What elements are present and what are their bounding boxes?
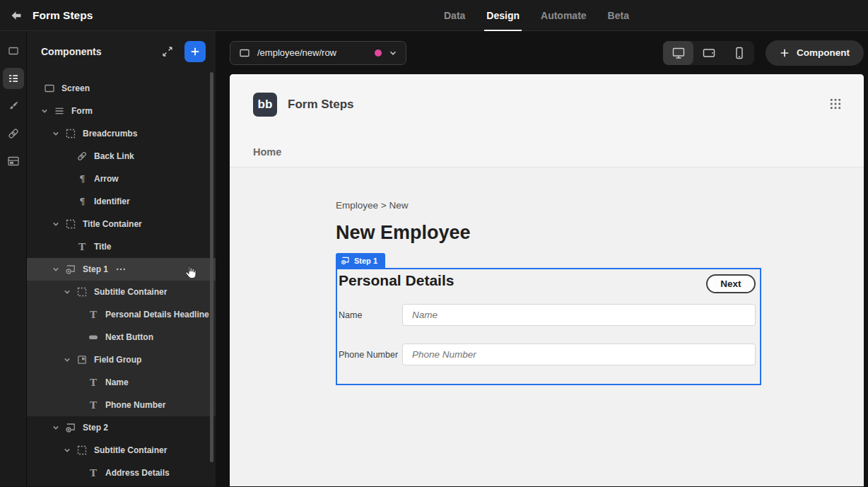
tree-row[interactable]: T Address Details — [27, 462, 216, 484]
tree-row[interactable]: ¶ Identifier — [27, 190, 216, 213]
breadcrumb: Employee > New — [336, 200, 864, 211]
preview-nav-header: bb Form Steps Home — [230, 74, 864, 168]
tree-row-label: Step 1 — [83, 264, 108, 274]
rail-item[interactable] — [3, 68, 24, 89]
fieldgroup-icon — [76, 354, 88, 365]
form-section-title: Personal Details — [339, 272, 454, 289]
tree-row-label: Back Link — [94, 151, 134, 161]
chevron-down-icon[interactable] — [52, 130, 59, 137]
text-input[interactable] — [402, 344, 756, 365]
chevron-down-icon[interactable] — [64, 288, 71, 295]
route-status-dot — [375, 49, 382, 57]
topbar-tabs: Data Design Automate Beta — [444, 0, 629, 30]
chevron-down-icon[interactable] — [52, 221, 59, 228]
rail-item[interactable] — [3, 123, 24, 144]
form-field-row: Name — [337, 304, 760, 326]
topbar-tab[interactable]: Automate — [541, 0, 587, 30]
tree-row[interactable]: Subtitle Container — [27, 439, 216, 462]
app-title: Form Steps — [33, 9, 93, 22]
app-logo: bb — [253, 93, 277, 117]
tree-row-label: Identifier — [94, 196, 130, 206]
topbar-tab[interactable]: Design — [486, 0, 520, 30]
text-icon: T — [88, 399, 99, 411]
chevron-down-icon[interactable] — [64, 356, 71, 363]
text-input[interactable] — [402, 304, 756, 326]
back-button[interactable] — [0, 0, 33, 31]
tree-row[interactable]: Subtitle Container — [27, 281, 216, 303]
tree-row[interactable]: T Personal Details Headline — [27, 303, 216, 326]
text-icon: T — [88, 377, 99, 388]
tree-row[interactable]: T Name — [27, 371, 216, 394]
component-tree-icon — [7, 72, 20, 85]
rail-item[interactable] — [3, 151, 24, 172]
step-icon — [65, 422, 76, 433]
nav-link-home[interactable]: Home — [253, 146, 281, 158]
tree-row[interactable]: Field Group — [27, 348, 216, 371]
tree-row[interactable]: T Title — [27, 235, 216, 258]
tree-row[interactable]: T Phone Number — [27, 394, 216, 416]
next-button[interactable]: Next — [706, 274, 756, 293]
plus-icon — [780, 48, 790, 58]
grid-dots-icon[interactable] — [829, 98, 842, 110]
chevron-down-icon[interactable] — [52, 266, 59, 273]
panel-scrollbar[interactable] — [210, 72, 213, 462]
step-selection-tag: Step 1 — [336, 253, 385, 268]
desktop-icon — [671, 46, 686, 60]
tree-row-label: Arrow — [94, 174, 119, 184]
tree-row[interactable]: Step 2 — [27, 416, 216, 439]
topbar-tab[interactable]: Beta — [608, 0, 629, 30]
add-component-cta-button[interactable]: Component — [766, 40, 864, 66]
container-icon — [76, 286, 88, 298]
step-icon — [65, 264, 76, 275]
expand-icon — [161, 45, 174, 58]
chevron-down-icon — [389, 49, 397, 57]
chevron-down-icon[interactable] — [52, 424, 59, 431]
design-canvas: /employee/new/row Co — [216, 31, 868, 486]
svg-text:T: T — [90, 377, 97, 388]
topbar-tab[interactable]: Data — [444, 0, 465, 30]
tree-row-label: Form — [71, 106, 93, 116]
form-icon — [54, 105, 65, 117]
rail-item[interactable] — [3, 95, 24, 117]
tablet-icon — [702, 46, 716, 60]
svg-text:¶: ¶ — [79, 196, 85, 207]
tree-row[interactable]: Form — [27, 100, 216, 122]
left-icon-rail — [0, 31, 27, 486]
selected-step-container[interactable]: Personal Details Next Name Phone Number — [336, 268, 761, 385]
link-icon — [76, 151, 88, 162]
container-icon — [65, 218, 76, 230]
tree-row[interactable]: Screen — [27, 77, 216, 100]
svg-text:T: T — [78, 241, 86, 252]
rail-item[interactable] — [3, 40, 24, 61]
chevron-down-icon[interactable] — [64, 447, 71, 454]
tree-row[interactable]: Breadcrumbs — [27, 122, 216, 145]
chevron-down-icon[interactable] — [41, 107, 48, 115]
tab-label: Automate — [541, 10, 587, 21]
theme-brush-icon — [7, 100, 20, 112]
tree-row-label: Breadcrumbs — [83, 129, 137, 139]
tree-row-label: Name — [105, 377, 129, 387]
screen-route-selector[interactable]: /employee/new/row — [230, 41, 406, 65]
device-button[interactable] — [693, 41, 724, 65]
field-label: Phone Number — [339, 350, 402, 360]
route-text: /employee/new/row — [257, 47, 368, 58]
add-component-button[interactable] — [184, 41, 206, 62]
text-icon: T — [88, 309, 99, 320]
device-button[interactable] — [724, 41, 754, 65]
tree-row-label: Step 2 — [83, 423, 108, 433]
tree-row[interactable]: Next Button — [27, 326, 216, 348]
expand-panel-button[interactable] — [160, 45, 175, 59]
tree-row[interactable]: Step 1 — [27, 258, 216, 281]
device-button[interactable] — [663, 41, 693, 65]
device-preview-toggle — [663, 41, 754, 65]
tree-row[interactable]: Back Link — [27, 145, 216, 168]
tree-row[interactable]: Title Container — [27, 213, 216, 235]
tree-row-label: Screen — [61, 83, 90, 93]
paragraph-icon: ¶ — [76, 173, 88, 184]
more-options-icon[interactable] — [115, 264, 127, 275]
components-panel: Components Screen — [27, 31, 216, 486]
tree-row[interactable]: ¶ Arrow — [27, 168, 216, 190]
components-panel-header: Components — [27, 31, 216, 72]
text-icon: T — [88, 467, 99, 479]
navigation-link-icon — [7, 127, 20, 140]
